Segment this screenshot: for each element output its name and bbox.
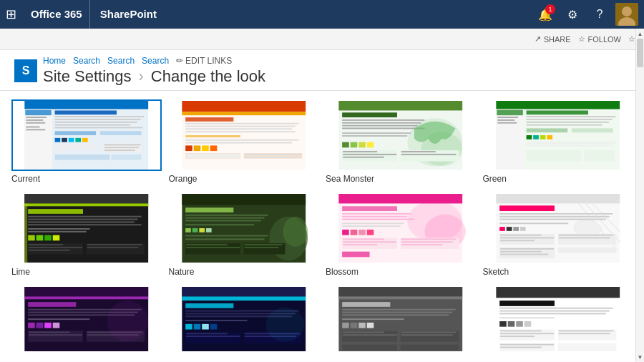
svg-rect-81 [497, 122, 517, 124]
svg-rect-242 [343, 334, 396, 336]
svg-rect-268 [500, 347, 542, 348]
theme-item-dark1[interactable] [11, 285, 162, 351]
svg-rect-89 [526, 135, 532, 140]
svg-rect-7 [26, 117, 47, 118]
svg-rect-98 [24, 194, 148, 203]
scroll-thumb[interactable] [637, 39, 643, 67]
svg-rect-110 [53, 235, 60, 241]
scroll-down-arrow[interactable]: ▼ [636, 352, 644, 362]
theme-item-green[interactable]: Green [483, 99, 633, 184]
svg-rect-23 [75, 138, 81, 142]
svg-rect-31 [55, 155, 110, 160]
share-label: SHARE [544, 35, 571, 44]
theme-item-lime[interactable]: Lime [11, 192, 162, 277]
svg-rect-138 [244, 244, 282, 245]
svg-rect-101 [28, 216, 141, 217]
bookmark-button[interactable]: ☆ [628, 34, 635, 44]
svg-rect-130 [199, 228, 205, 233]
theme-item-gray[interactable] [326, 285, 476, 351]
svg-rect-24 [82, 138, 88, 142]
svg-rect-107 [28, 235, 35, 241]
svg-rect-39 [185, 128, 292, 129]
notification-badge: 1 [545, 4, 555, 14]
theme-item-blossom[interactable]: Blossom [326, 192, 476, 277]
svg-rect-148 [342, 222, 404, 224]
breadcrumb-search2[interactable]: Search [107, 56, 135, 66]
page-header: S Home Search Search Search ✏ EDIT LINKS… [0, 50, 644, 91]
svg-rect-34 [182, 101, 306, 112]
svg-rect-165 [499, 205, 555, 211]
themes-container: Current [0, 91, 644, 351]
svg-rect-198 [36, 323, 44, 328]
svg-rect-172 [499, 222, 568, 224]
svg-rect-150 [342, 230, 349, 235]
scroll-up-arrow[interactable]: ▲ [636, 29, 644, 39]
theme-preview-orange [169, 99, 319, 171]
svg-rect-244 [401, 334, 453, 336]
svg-rect-43 [185, 142, 292, 144]
svg-rect-181 [500, 240, 535, 241]
svg-rect-92 [547, 135, 552, 140]
theme-preview-green [483, 99, 633, 171]
theme-name-sketch: Sketch [483, 267, 633, 277]
svg-rect-51 [244, 154, 301, 155]
svg-rect-78 [497, 109, 522, 115]
theme-item-white2[interactable] [483, 285, 633, 351]
svg-rect-104 [28, 224, 141, 225]
theme-item-nature[interactable]: Nature [169, 192, 319, 277]
waffle-icon[interactable]: ⊞ [6, 6, 16, 22]
title-separator: › [139, 67, 144, 86]
svg-rect-222 [186, 333, 228, 334]
share-bar: ↗ SHARE ☆ FOLLOW ☆ [0, 29, 644, 50]
svg-rect-108 [36, 235, 44, 241]
sharepoint-label[interactable]: SharePoint [92, 0, 165, 29]
svg-rect-62 [342, 132, 411, 134]
svg-rect-139 [244, 247, 278, 248]
svg-rect-45 [193, 145, 200, 151]
svg-rect-185 [557, 248, 616, 253]
share-button[interactable]: ↗ SHARE [535, 34, 571, 44]
svg-rect-146 [342, 216, 407, 217]
svg-rect-241 [343, 331, 384, 333]
svg-rect-173 [499, 227, 505, 231]
notifications-button[interactable]: 🔔 1 [534, 3, 557, 26]
svg-rect-187 [500, 251, 542, 253]
theme-item-orange[interactable]: Orange [169, 99, 319, 184]
svg-rect-84 [526, 119, 612, 120]
svg-rect-113 [29, 244, 63, 245]
theme-item-seamonster[interactable]: Sea Monster [326, 99, 476, 184]
user-avatar[interactable] [615, 3, 638, 26]
breadcrumb-search3[interactable]: Search [142, 56, 169, 66]
settings-button[interactable]: ⚙ [561, 3, 584, 26]
svg-rect-156 [343, 238, 384, 240]
svg-point-226 [265, 308, 304, 342]
edit-links-button[interactable]: ✏ EDIT LINKS [176, 56, 232, 66]
svg-rect-215 [185, 320, 247, 321]
theme-item-dark2[interactable] [169, 285, 319, 351]
breadcrumb-home[interactable]: Home [43, 56, 66, 66]
svg-rect-126 [185, 220, 261, 221]
breadcrumb-search1[interactable]: Search [73, 56, 100, 66]
svg-rect-262 [500, 336, 535, 337]
svg-rect-93 [526, 142, 615, 144]
svg-rect-199 [44, 323, 52, 328]
svg-rect-35 [182, 112, 306, 115]
svg-rect-196 [28, 318, 89, 320]
office365-label[interactable]: Office 365 [24, 0, 90, 29]
svg-rect-191 [24, 296, 148, 299]
svg-rect-28 [104, 144, 141, 145]
svg-rect-17 [55, 127, 143, 128]
svg-rect-59 [342, 122, 421, 124]
theme-item-current[interactable]: Current [11, 99, 162, 184]
svg-rect-99 [24, 203, 148, 206]
share-icon: ↗ [535, 34, 541, 44]
svg-rect-246 [401, 345, 459, 351]
svg-rect-8 [26, 119, 43, 121]
svg-rect-232 [342, 312, 452, 313]
follow-button[interactable]: ☆ FOLLOW [578, 34, 621, 44]
help-button[interactable]: ? [588, 3, 611, 26]
svg-rect-40 [185, 131, 296, 132]
svg-rect-115 [29, 250, 70, 251]
svg-rect-147 [342, 219, 414, 220]
theme-item-sketch[interactable]: Sketch [483, 192, 633, 277]
